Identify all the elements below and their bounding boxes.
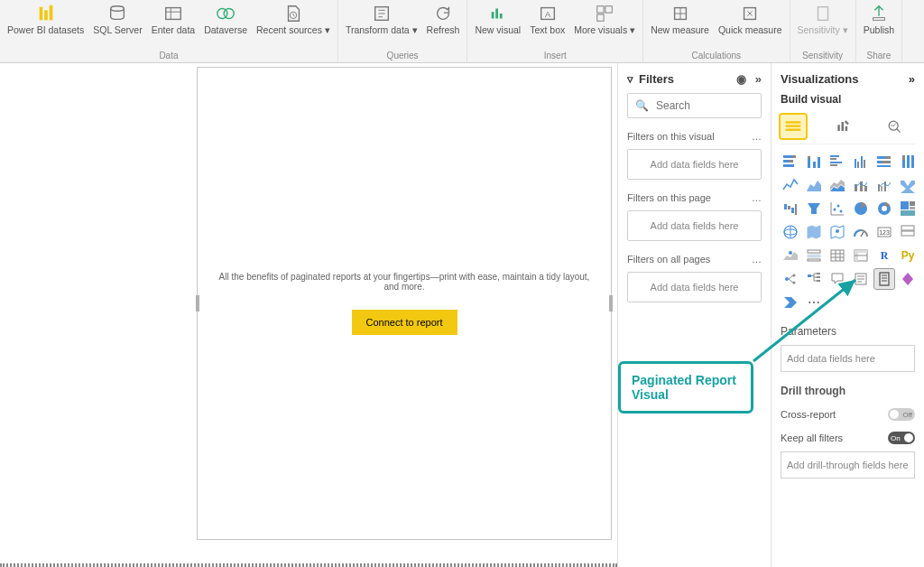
ribbon-btn-pbi-datasets[interactable]: Power BI datasets xyxy=(4,2,88,38)
svg-point-3 xyxy=(111,6,125,12)
more-icon[interactable]: … xyxy=(752,254,762,265)
ribbon-btn-label: Enter data xyxy=(152,25,195,36)
viz-paginated-report[interactable] xyxy=(874,269,894,289)
svg-rect-12 xyxy=(495,9,498,19)
search-icon: 🔍 xyxy=(635,99,649,112)
svg-rect-48 xyxy=(861,156,863,168)
connect-to-report-button[interactable]: Connect to report xyxy=(352,310,457,335)
ribbon-btn-new-measure[interactable]: New measure xyxy=(647,2,713,38)
ribbon-btn-quick-measure[interactable]: Quick measure xyxy=(715,2,786,38)
viz-smart-narrative[interactable] xyxy=(851,269,871,289)
build-tab-analytics[interactable] xyxy=(882,115,907,138)
filter-group-visual-title: Filters on this visual… xyxy=(627,131,762,142)
viz-line[interactable] xyxy=(781,175,800,195)
svg-rect-80 xyxy=(901,210,915,216)
ribbon-btn-new-visual[interactable]: New visual xyxy=(471,2,524,38)
paginated-report-placeholder[interactable]: All the benefits of paginated reports at… xyxy=(197,67,612,540)
collapse-pane-icon[interactable]: » xyxy=(909,72,915,86)
svg-line-85 xyxy=(861,232,864,237)
drill-through-well[interactable]: Add drill-through fields here xyxy=(781,451,915,479)
viz-kpi[interactable] xyxy=(781,246,800,265)
svg-rect-44 xyxy=(830,162,842,163)
show-hide-icon[interactable]: ◉ xyxy=(736,72,746,86)
main-layout: ▽ ⛶ ⋯ All the benefits of paginated repo… xyxy=(0,63,924,567)
viz-treemap[interactable] xyxy=(898,199,918,218)
build-tab-fields[interactable] xyxy=(781,115,806,138)
viz-r-script[interactable]: R xyxy=(874,246,894,265)
viz-funnel[interactable] xyxy=(804,199,824,218)
viz-waterfall[interactable] xyxy=(781,199,800,218)
canvas-area: ▽ ⛶ ⋯ All the benefits of paginated repo… xyxy=(0,63,617,567)
svg-rect-37 xyxy=(783,164,794,167)
viz-clustered-bar[interactable] xyxy=(827,152,847,172)
keep-all-filters-row: Keep all filters On xyxy=(781,432,915,444)
ribbon-btn-dataverse[interactable]: Dataverse xyxy=(200,2,251,38)
viz-slicer[interactable] xyxy=(804,246,824,265)
viz-donut[interactable] xyxy=(874,199,894,218)
viz-filled-map[interactable] xyxy=(804,222,824,242)
viz-gallery: 123 R Py ⋯ xyxy=(781,152,915,312)
ribbon-btn-label: Power BI datasets xyxy=(7,25,84,36)
viz-python[interactable]: Py xyxy=(898,246,918,265)
ribbon-btn-recent-sources[interactable]: Recent sources ▾ xyxy=(253,2,334,38)
filters-search-input[interactable] xyxy=(654,98,753,113)
ribbon-btn-label: Transform data ▾ xyxy=(346,25,418,36)
filter-well-visual[interactable]: Add data fields here xyxy=(627,149,762,180)
keep-all-filters-toggle[interactable]: On xyxy=(888,432,915,444)
viz-power-apps[interactable] xyxy=(898,269,918,289)
ribbon-btn-label: Text box xyxy=(530,25,565,36)
viz-key-influencers[interactable] xyxy=(781,269,800,289)
viz-100-stacked-bar[interactable] xyxy=(874,152,894,172)
ribbon-section-label: Calculations xyxy=(692,49,741,62)
svg-point-84 xyxy=(836,229,839,233)
viz-power-automate[interactable] xyxy=(781,293,800,312)
viz-azure-map[interactable] xyxy=(827,222,847,242)
ribbon-btn-text-box[interactable]: AText box xyxy=(526,2,568,38)
resize-handle-left[interactable] xyxy=(196,295,199,311)
viz-pie[interactable] xyxy=(851,199,871,218)
ribbon-btn-refresh[interactable]: Refresh xyxy=(423,2,464,38)
viz-stacked-area[interactable] xyxy=(827,175,847,195)
build-tab-format[interactable] xyxy=(831,115,856,138)
viz-get-more[interactable]: ⋯ xyxy=(804,293,824,312)
viz-ribbon[interactable] xyxy=(898,175,918,195)
viz-table[interactable] xyxy=(827,246,847,265)
visualizations-pane: Visualizations » Build visual xyxy=(771,63,924,567)
viz-decomposition-tree[interactable] xyxy=(804,269,824,289)
cross-report-toggle[interactable]: Off xyxy=(888,408,915,421)
viz-multi-row-card[interactable] xyxy=(898,222,918,242)
collapse-pane-icon[interactable]: » xyxy=(755,72,762,86)
viz-clustered-column[interactable] xyxy=(851,152,871,172)
more-icon[interactable]: … xyxy=(752,192,762,203)
svg-rect-29 xyxy=(842,122,845,131)
viz-gauge[interactable] xyxy=(851,222,871,242)
svg-rect-4 xyxy=(166,8,181,20)
svg-rect-33 xyxy=(783,155,792,158)
parameters-well[interactable]: Add data fields here xyxy=(781,345,915,372)
viz-matrix[interactable] xyxy=(851,246,871,265)
viz-line-clustered-column[interactable] xyxy=(874,175,894,195)
viz-card[interactable]: 123 xyxy=(874,222,894,242)
viz-header: Visualizations » xyxy=(781,72,915,86)
ribbon-btn-publish[interactable]: Publish xyxy=(860,2,898,38)
more-icon[interactable]: … xyxy=(752,131,762,142)
viz-map[interactable] xyxy=(781,222,800,242)
viz-stacked-column[interactable] xyxy=(804,152,824,172)
viz-line-stacked-column[interactable] xyxy=(851,175,871,195)
ribbon-btn-more-visuals[interactable]: More visuals ▾ xyxy=(570,2,639,38)
viz-stacked-bar[interactable] xyxy=(781,152,800,172)
viz-100-stacked-column[interactable] xyxy=(898,152,918,172)
ribbon-btn-sql-server[interactable]: SQL Server xyxy=(89,2,145,38)
filter-well-all[interactable]: Add data fields here xyxy=(627,272,762,302)
filters-search[interactable]: 🔍 xyxy=(627,93,762,118)
viz-area[interactable] xyxy=(804,175,824,195)
svg-rect-34 xyxy=(792,155,796,158)
svg-rect-60 xyxy=(860,181,863,191)
ribbon-btn-enter-data[interactable]: Enter data xyxy=(148,2,199,38)
resize-handle-right[interactable] xyxy=(609,295,613,311)
svg-rect-108 xyxy=(808,274,811,277)
filter-well-page[interactable]: Add data fields here xyxy=(627,210,762,241)
viz-qna[interactable] xyxy=(827,269,847,289)
ribbon-btn-transform-data[interactable]: Transform data ▾ xyxy=(342,2,421,38)
viz-scatter[interactable] xyxy=(827,199,847,218)
